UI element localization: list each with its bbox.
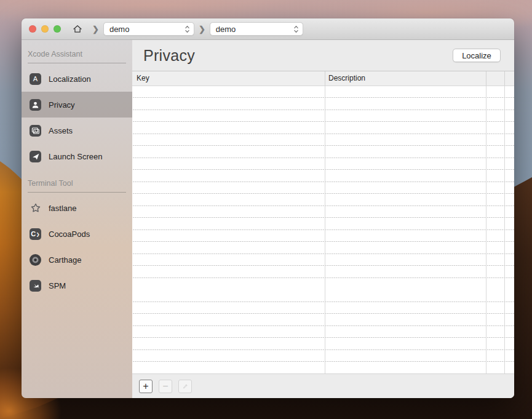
sidebar-item-label: fastlane xyxy=(49,204,77,213)
pencil-icon xyxy=(183,382,188,390)
edit-row-button[interactable] xyxy=(178,380,192,393)
column-divider xyxy=(325,86,325,373)
content-header: Privacy Localize xyxy=(132,40,514,71)
screen: ❯ demo ❯ demo Xcode Assis xyxy=(0,0,532,419)
column-header-key[interactable]: Key xyxy=(137,74,149,82)
popup-stepper-icon xyxy=(293,25,299,34)
sidebar-item-label: SPM xyxy=(49,281,66,290)
app-window: ❯ demo ❯ demo Xcode Assis xyxy=(22,18,514,398)
sidebar-section-terminal-tool: Terminal Tool fastlane C xyxy=(22,178,132,298)
column-divider[interactable] xyxy=(486,71,486,86)
sidebar-item-label: Assets xyxy=(49,126,73,135)
cocoapods-icon-glyph: C xyxy=(31,231,36,237)
main-content: Privacy Localize Key Description + xyxy=(132,40,514,398)
project-popup[interactable]: demo xyxy=(103,22,194,36)
carthage-icon xyxy=(30,254,41,266)
page-title: Privacy xyxy=(143,47,195,65)
launch-screen-icon xyxy=(30,151,41,162)
column-divider xyxy=(504,86,505,373)
sidebar-item-assets[interactable]: Assets xyxy=(22,118,132,143)
column-divider[interactable] xyxy=(504,71,505,86)
table-footer-toolbar: + − xyxy=(132,373,514,398)
localize-button[interactable]: Localize xyxy=(453,49,501,62)
sidebar-section-xcode-assistant: Xcode Assistant A Localization xyxy=(22,49,132,169)
assets-icon xyxy=(30,125,41,137)
sidebar-item-cocoapods[interactable]: C ❯ CocoaPods xyxy=(22,221,132,247)
traffic-lights xyxy=(29,25,61,33)
sidebar-item-label: Privacy xyxy=(49,100,75,110)
column-divider[interactable] xyxy=(325,71,325,86)
sidebar-item-carthage[interactable]: Carthage xyxy=(22,247,132,273)
home-icon xyxy=(72,23,83,34)
home-button[interactable] xyxy=(71,22,84,36)
project-popup-value: demo xyxy=(109,25,130,34)
sidebar-item-fastlane[interactable]: fastlane xyxy=(22,195,132,221)
column-header-description[interactable]: Description xyxy=(328,74,365,82)
sidebar-item-localization[interactable]: A Localization xyxy=(22,66,132,92)
cocoapods-icon: C ❯ xyxy=(30,228,41,240)
target-popup[interactable]: demo xyxy=(210,22,303,36)
breadcrumb-chevron-icon: ❯ xyxy=(92,25,99,34)
sidebar-item-launch-screen[interactable]: Launch Screen xyxy=(22,143,132,169)
section-title: Terminal Tool xyxy=(28,178,126,188)
zoom-window-button[interactable] xyxy=(54,25,61,33)
sidebar: Xcode Assistant A Localization xyxy=(22,40,132,398)
section-divider xyxy=(28,192,126,193)
section-title: Xcode Assistant xyxy=(28,49,126,59)
privacy-icon xyxy=(30,99,41,111)
target-popup-value: demo xyxy=(216,25,236,34)
section-divider xyxy=(28,63,126,63)
sidebar-item-label: Carthage xyxy=(49,255,81,265)
window-titlebar[interactable]: ❯ demo ❯ demo xyxy=(22,18,514,40)
spm-icon xyxy=(30,280,41,292)
fastlane-icon xyxy=(30,202,41,214)
remove-row-button[interactable]: − xyxy=(159,380,172,393)
privacy-keys-table xyxy=(132,86,514,373)
table-header: Key Description xyxy=(132,71,514,86)
minimize-window-button[interactable] xyxy=(41,25,49,33)
sidebar-item-label: Launch Screen xyxy=(49,152,102,161)
sidebar-item-label: Localization xyxy=(49,74,91,84)
sidebar-item-privacy[interactable]: Privacy xyxy=(22,92,132,118)
sidebar-item-label: CocoaPods xyxy=(49,229,90,239)
popup-stepper-icon xyxy=(185,25,190,34)
close-window-button[interactable] xyxy=(29,25,36,33)
sidebar-item-spm[interactable]: SPM xyxy=(22,273,132,298)
column-divider xyxy=(486,86,486,373)
add-row-button[interactable]: + xyxy=(139,380,153,393)
localization-icon: A xyxy=(30,73,41,85)
localization-icon-glyph: A xyxy=(33,76,38,82)
cocoapods-icon-chevron: ❯ xyxy=(36,232,40,236)
breadcrumb-chevron-icon: ❯ xyxy=(199,25,205,34)
